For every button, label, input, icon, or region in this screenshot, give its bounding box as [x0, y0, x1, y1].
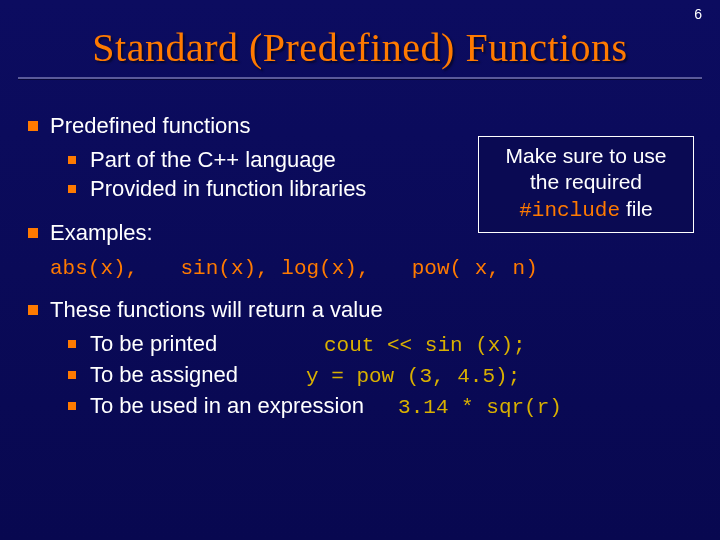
returns-sub1-code: cout << sin (x);: [324, 332, 526, 360]
bullet-returns-sub1: To be printed cout << sin (x);: [62, 329, 698, 360]
bullet-predefined-sub2: Provided in function libraries: [62, 174, 698, 204]
page-number: 6: [694, 6, 702, 22]
returns-sub3-code: 3.14 * sqr(r): [398, 396, 562, 419]
square-bullet-icon: [68, 371, 76, 379]
predefined-sub1: Part of the C++ language: [90, 147, 336, 172]
bullet-returns-sub3: To be used in an expression 3.14 * sqr(r…: [62, 391, 698, 422]
square-bullet-icon: [28, 121, 38, 131]
example-sin-log: sin(x), log(x),: [180, 257, 369, 280]
bullet-predefined: Predefined functions: [22, 111, 698, 141]
bullet-predefined-sub1: Part of the C++ language: [62, 145, 698, 175]
returns-heading: These functions will return a value: [50, 297, 383, 322]
square-bullet-icon: [68, 156, 76, 164]
slide-title: Standard (Predefined) Functions: [0, 24, 720, 71]
example-abs: abs(x),: [50, 257, 138, 280]
examples-codes: abs(x), sin(x), log(x), pow( x, n): [50, 252, 698, 283]
returns-sub3-text: To be used in an expression: [90, 393, 364, 418]
square-bullet-icon: [68, 185, 76, 193]
example-pow: pow( x, n): [412, 257, 538, 280]
square-bullet-icon: [28, 228, 38, 238]
predefined-heading: Predefined functions: [50, 113, 251, 138]
predefined-sub2: Provided in function libraries: [90, 176, 366, 201]
square-bullet-icon: [28, 305, 38, 315]
examples-heading: Examples:: [50, 220, 153, 245]
returns-sub2-code: y = pow (3, 4.5);: [306, 363, 520, 391]
square-bullet-icon: [68, 402, 76, 410]
slide-content: Predefined functions Part of the C++ lan…: [0, 79, 720, 423]
bullet-examples: Examples:: [22, 218, 698, 248]
returns-sub2-text: To be assigned: [90, 360, 282, 390]
square-bullet-icon: [68, 340, 76, 348]
bullet-returns-sub2: To be assigned y = pow (3, 4.5);: [62, 360, 698, 391]
bullet-returns: These functions will return a value: [22, 295, 698, 325]
returns-sub1-text: To be printed: [90, 329, 282, 359]
